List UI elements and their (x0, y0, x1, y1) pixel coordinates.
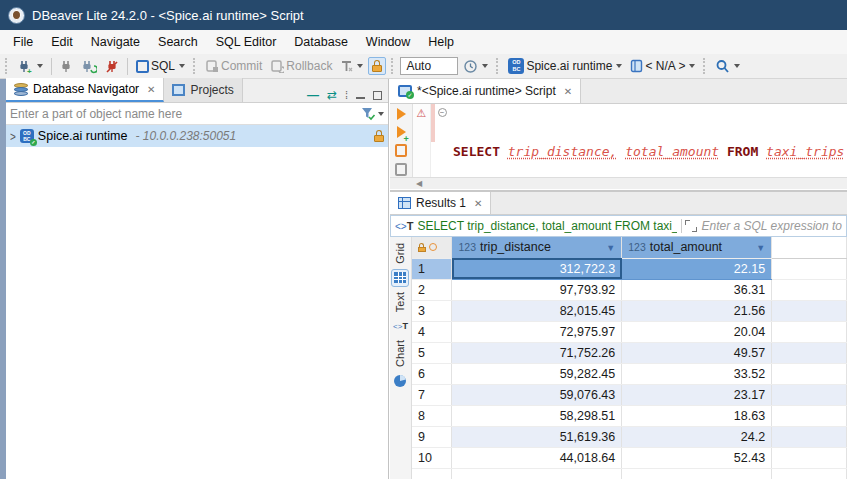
link-with-editor-icon[interactable]: ⇄ (327, 88, 337, 102)
menu-sql-editor[interactable]: SQL Editor (207, 32, 286, 52)
table-row[interactable]: 8 58,298.51 18.63 (412, 405, 847, 426)
close-tab-icon[interactable]: ✕ (147, 84, 155, 95)
title-bar: DBeaver Lite 24.2.0 - <Spice.ai runtime>… (0, 0, 847, 30)
sql-editor-button[interactable]: SQL (133, 57, 188, 75)
execute-new-tab-icon[interactable]: + (397, 126, 406, 138)
main-toolbar: + SQL Commit Rollback Auto ODBC Spice. (0, 54, 847, 79)
view-menu-icon[interactable]: ⁞ (345, 89, 348, 101)
results-panel: Results 1 ✕ <>T SELECT trip_distance, to… (390, 190, 847, 479)
tab-projects[interactable]: Projects (164, 78, 242, 102)
tree-expander-icon[interactable]: > (10, 129, 16, 143)
schema-icon (630, 59, 643, 73)
rollback-button[interactable]: Rollback (267, 57, 335, 75)
collapse-all-icon[interactable]: — (307, 88, 319, 102)
menu-file[interactable]: File (4, 32, 42, 52)
grid-view-icon[interactable] (391, 269, 409, 287)
expand-filter-icon[interactable] (685, 220, 697, 232)
fold-collapse-icon[interactable]: − (438, 108, 447, 117)
connect-button[interactable] (57, 57, 76, 76)
reconnect-button[interactable] (78, 57, 100, 76)
sql-expression-input[interactable]: Enter a SQL expression to (701, 219, 842, 233)
executed-query-text: SELECT trip_distance, total_amount FROM … (417, 219, 676, 233)
connection-name: Spice.ai runtime (38, 129, 128, 143)
tab-results-1[interactable]: Results 1 ✕ (390, 192, 491, 214)
sort-dropdown-icon[interactable]: ▼ (606, 243, 615, 253)
menu-bar: File Edit Navigate Search SQL Editor Dat… (0, 30, 847, 54)
menu-database[interactable]: Database (285, 32, 357, 52)
table-row[interactable]: 5 71,752.26 49.57 (412, 342, 847, 363)
sql-editor: ✓ *<Spice.ai runtime> Script ✕ + ⚠ − SEL… (390, 79, 847, 190)
execute-statement-icon[interactable] (397, 108, 406, 120)
transaction-mode-button[interactable] (337, 57, 366, 75)
table-row[interactable]: 10 44,018.64 52.43 (412, 447, 847, 468)
tab-projects-label: Projects (190, 83, 233, 97)
table-header-row: 123trip_distance▼ 123total_amount▼ (412, 237, 847, 258)
table-row[interactable]: 9 51,619.36 24.2 (412, 426, 847, 447)
window-title: DBeaver Lite 24.2.0 - <Spice.ai runtime>… (32, 8, 304, 23)
commit-button[interactable]: Commit (202, 57, 265, 75)
connection-address: - 10.0.0.238:50051 (135, 129, 236, 143)
minimize-panel-icon[interactable] (356, 91, 365, 99)
tab-grid-label[interactable]: Grid (394, 243, 406, 264)
table-row[interactable]: 4 72,975.97 20.04 (412, 321, 847, 342)
commit-mode-combo[interactable]: Auto (400, 57, 458, 75)
sql-line-1: SELECT trip_distance, total_amount FROM … (449, 142, 847, 161)
tab-database-navigator[interactable]: Database Navigator ✕ (6, 78, 164, 102)
tab-script[interactable]: ✓ *<Spice.ai runtime> Script ✕ (390, 79, 581, 103)
active-connection-selector[interactable]: ODBC Spice.ai runtime (505, 56, 625, 76)
filter-dropdown-caret[interactable] (378, 112, 384, 116)
tab-database-navigator-label: Database Navigator (33, 82, 139, 96)
table-row[interactable]: 7 59,076.43 23.17 (412, 384, 847, 405)
menu-edit[interactable]: Edit (42, 32, 82, 52)
close-script-tab-icon[interactable]: ✕ (564, 86, 572, 97)
text-view-icon[interactable]: <>T (391, 317, 409, 335)
plug-icon (60, 59, 73, 74)
sql-code-area[interactable]: SELECT trip_distance, total_amount FROM … (449, 104, 847, 177)
object-filter-input[interactable]: Enter a part of object name here (6, 103, 388, 125)
editor-annotation-gutter: ⚠ (413, 104, 431, 177)
disconnect-button[interactable] (102, 57, 122, 76)
connection-lock-button[interactable] (368, 57, 386, 75)
menu-search[interactable]: Search (149, 32, 207, 52)
filter-funnel-icon[interactable] (360, 106, 376, 121)
table-row[interactable]: 6 59,282.45 33.52 (412, 363, 847, 384)
close-results-tab-icon[interactable]: ✕ (474, 198, 482, 209)
table-corner-cell[interactable] (412, 237, 452, 258)
sort-dropdown-icon[interactable]: ▼ (756, 243, 765, 253)
menu-navigate[interactable]: Navigate (82, 32, 149, 52)
svg-text:+: + (27, 67, 32, 74)
tab-text-label[interactable]: Text (394, 292, 406, 312)
table-row[interactable]: 2 97,793.92 36.31 (412, 279, 847, 300)
results-filter-bar: <>T SELECT trip_distance, total_amount F… (390, 215, 847, 237)
active-schema-selector[interactable]: < N/A > (627, 57, 698, 75)
plug-refresh-icon (81, 59, 97, 74)
editor-toolbar-rail: + (390, 104, 413, 177)
tab-chart-label[interactable]: Chart (394, 340, 406, 367)
plug-disconnect-icon (105, 59, 119, 74)
sql-bracket-icon (136, 60, 149, 73)
odbc-connection-icon: ODBC✓ (20, 129, 34, 143)
table-row[interactable]: 1 312,722.3 22.15 (412, 258, 847, 279)
maximize-panel-icon[interactable] (373, 91, 382, 100)
table-row[interactable]: 3 82,015.45 21.56 (412, 300, 847, 321)
column-header-total-amount[interactable]: 123total_amount▼ (622, 237, 772, 258)
chart-view-icon[interactable] (391, 372, 409, 390)
menu-help[interactable]: Help (419, 32, 463, 52)
table-empty-row (412, 468, 847, 479)
search-button[interactable] (712, 57, 743, 76)
script-editor-icon: ✓ (398, 85, 412, 97)
script-icon[interactable] (395, 163, 407, 176)
readonly-lock-icon (374, 130, 384, 142)
object-filter-placeholder: Enter a part of object name here (10, 107, 360, 121)
results-table: 123trip_distance▼ 123total_amount▼ 1 312… (412, 237, 847, 479)
new-connection-button[interactable]: + (14, 57, 46, 76)
connection-tree-item[interactable]: > ODBC✓ Spice.ai runtime - 10.0.0.238:50… (6, 125, 388, 147)
search-icon (715, 59, 730, 74)
column-header-trip-distance[interactable]: 123trip_distance▼ (452, 237, 622, 258)
toolbar-drag-handle (5, 58, 9, 74)
execute-script-icon[interactable] (395, 144, 407, 157)
lock-icon (372, 60, 382, 72)
transaction-log-button[interactable] (460, 57, 491, 76)
menu-window[interactable]: Window (357, 32, 419, 52)
projects-icon (172, 84, 185, 96)
